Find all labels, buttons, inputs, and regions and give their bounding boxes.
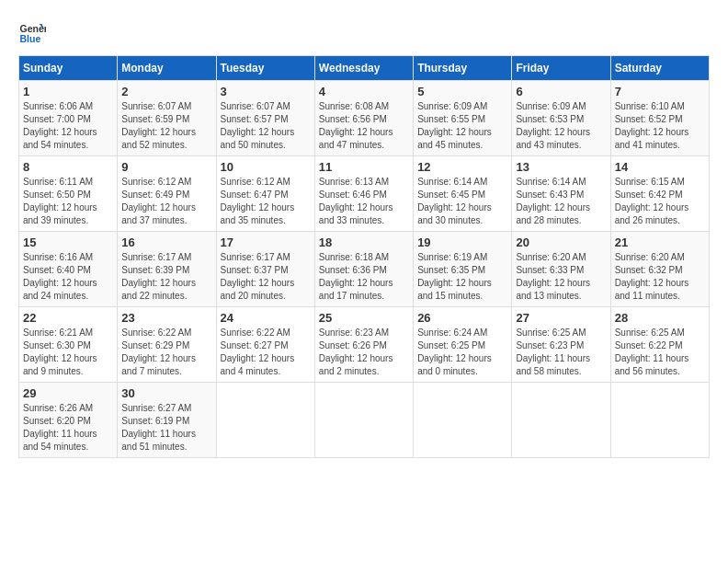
calendar-cell: 4Sunrise: 6:08 AM Sunset: 6:56 PM Daylig… (314, 81, 413, 156)
day-number: 2 (121, 85, 211, 98)
weekday-header-friday: Friday (512, 56, 610, 81)
day-info: Sunrise: 6:15 AM Sunset: 6:42 PM Dayligh… (615, 176, 705, 227)
day-number: 6 (516, 85, 606, 98)
calendar-cell: 29Sunrise: 6:26 AM Sunset: 6:20 PM Dayli… (19, 383, 118, 458)
day-info: Sunrise: 6:14 AM Sunset: 6:45 PM Dayligh… (417, 176, 507, 227)
weekday-header-sunday: Sunday (19, 56, 118, 81)
calendar-cell: 15Sunrise: 6:16 AM Sunset: 6:40 PM Dayli… (19, 232, 118, 307)
calendar-cell: 17Sunrise: 6:17 AM Sunset: 6:37 PM Dayli… (216, 232, 314, 307)
calendar-cell (512, 383, 610, 458)
calendar-cell: 23Sunrise: 6:22 AM Sunset: 6:29 PM Dayli… (118, 307, 216, 383)
calendar-week-3: 15Sunrise: 6:16 AM Sunset: 6:40 PM Dayli… (19, 232, 710, 307)
weekday-header-wednesday: Wednesday (314, 56, 413, 81)
calendar-cell: 6Sunrise: 6:09 AM Sunset: 6:53 PM Daylig… (512, 81, 610, 156)
day-number: 8 (23, 160, 113, 174)
day-number: 27 (516, 311, 606, 325)
logo: General Blue (18, 18, 50, 46)
day-info: Sunrise: 6:07 AM Sunset: 6:59 PM Dayligh… (121, 100, 211, 152)
weekday-header-tuesday: Tuesday (216, 56, 314, 81)
calendar-week-1: 1Sunrise: 6:06 AM Sunset: 7:00 PM Daylig… (19, 81, 710, 156)
day-info: Sunrise: 6:25 AM Sunset: 6:23 PM Dayligh… (516, 327, 606, 378)
day-number: 22 (23, 311, 113, 325)
calendar-table: SundayMondayTuesdayWednesdayThursdayFrid… (18, 55, 710, 458)
day-info: Sunrise: 6:10 AM Sunset: 6:52 PM Dayligh… (615, 100, 705, 152)
day-number: 5 (417, 85, 507, 98)
calendar-week-4: 22Sunrise: 6:21 AM Sunset: 6:30 PM Dayli… (19, 307, 710, 383)
calendar-week-5: 29Sunrise: 6:26 AM Sunset: 6:20 PM Dayli… (19, 383, 710, 458)
day-info: Sunrise: 6:20 AM Sunset: 6:32 PM Dayligh… (615, 251, 705, 303)
day-info: Sunrise: 6:26 AM Sunset: 6:20 PM Dayligh… (23, 402, 113, 454)
day-number: 10 (221, 160, 311, 174)
day-info: Sunrise: 6:06 AM Sunset: 7:00 PM Dayligh… (23, 100, 113, 152)
day-number: 23 (121, 311, 211, 325)
calendar-cell: 13Sunrise: 6:14 AM Sunset: 6:43 PM Dayli… (512, 156, 610, 232)
day-number: 21 (615, 236, 705, 249)
day-number: 11 (319, 160, 409, 174)
calendar-cell: 16Sunrise: 6:17 AM Sunset: 6:39 PM Dayli… (118, 232, 216, 307)
day-info: Sunrise: 6:17 AM Sunset: 6:39 PM Dayligh… (121, 251, 211, 303)
day-number: 26 (417, 311, 507, 325)
day-info: Sunrise: 6:07 AM Sunset: 6:57 PM Dayligh… (221, 100, 311, 152)
calendar-cell: 5Sunrise: 6:09 AM Sunset: 6:55 PM Daylig… (414, 81, 512, 156)
day-info: Sunrise: 6:11 AM Sunset: 6:50 PM Dayligh… (23, 176, 113, 227)
calendar-cell: 20Sunrise: 6:20 AM Sunset: 6:33 PM Dayli… (512, 232, 610, 307)
day-number: 14 (615, 160, 705, 174)
calendar-header: SundayMondayTuesdayWednesdayThursdayFrid… (19, 56, 710, 81)
calendar-cell: 9Sunrise: 6:12 AM Sunset: 6:49 PM Daylig… (118, 156, 216, 232)
day-number: 9 (121, 160, 211, 174)
day-info: Sunrise: 6:12 AM Sunset: 6:49 PM Dayligh… (121, 176, 211, 227)
day-number: 19 (417, 236, 507, 249)
weekday-header-row: SundayMondayTuesdayWednesdayThursdayFrid… (19, 56, 710, 81)
calendar-cell: 25Sunrise: 6:23 AM Sunset: 6:26 PM Dayli… (314, 307, 413, 383)
calendar-cell (216, 383, 314, 458)
calendar-cell: 1Sunrise: 6:06 AM Sunset: 7:00 PM Daylig… (19, 81, 118, 156)
day-info: Sunrise: 6:23 AM Sunset: 6:26 PM Dayligh… (319, 327, 409, 378)
calendar-cell (414, 383, 512, 458)
calendar-cell: 19Sunrise: 6:19 AM Sunset: 6:35 PM Dayli… (414, 232, 512, 307)
day-number: 24 (221, 311, 311, 325)
calendar-cell: 21Sunrise: 6:20 AM Sunset: 6:32 PM Dayli… (610, 232, 709, 307)
calendar-cell: 2Sunrise: 6:07 AM Sunset: 6:59 PM Daylig… (118, 81, 216, 156)
day-info: Sunrise: 6:14 AM Sunset: 6:43 PM Dayligh… (516, 176, 606, 227)
calendar-cell: 10Sunrise: 6:12 AM Sunset: 6:47 PM Dayli… (216, 156, 314, 232)
day-number: 4 (319, 85, 409, 98)
day-number: 25 (319, 311, 409, 325)
calendar-cell: 24Sunrise: 6:22 AM Sunset: 6:27 PM Dayli… (216, 307, 314, 383)
day-info: Sunrise: 6:09 AM Sunset: 6:55 PM Dayligh… (417, 100, 507, 152)
day-info: Sunrise: 6:08 AM Sunset: 6:56 PM Dayligh… (319, 100, 409, 152)
svg-text:Blue: Blue (20, 33, 41, 44)
calendar-cell: 3Sunrise: 6:07 AM Sunset: 6:57 PM Daylig… (216, 81, 314, 156)
day-number: 12 (417, 160, 507, 174)
day-info: Sunrise: 6:12 AM Sunset: 6:47 PM Dayligh… (221, 176, 311, 227)
day-info: Sunrise: 6:09 AM Sunset: 6:53 PM Dayligh… (516, 100, 606, 152)
day-info: Sunrise: 6:19 AM Sunset: 6:35 PM Dayligh… (417, 251, 507, 303)
day-number: 30 (121, 386, 211, 400)
day-info: Sunrise: 6:22 AM Sunset: 6:27 PM Dayligh… (221, 327, 311, 378)
weekday-header-monday: Monday (118, 56, 216, 81)
calendar-cell: 28Sunrise: 6:25 AM Sunset: 6:22 PM Dayli… (610, 307, 709, 383)
day-info: Sunrise: 6:18 AM Sunset: 6:36 PM Dayligh… (319, 251, 409, 303)
calendar-cell: 30Sunrise: 6:27 AM Sunset: 6:19 PM Dayli… (118, 383, 216, 458)
day-number: 20 (516, 236, 606, 249)
page-header: General Blue (18, 18, 710, 46)
weekday-header-saturday: Saturday (610, 56, 709, 81)
day-number: 18 (319, 236, 409, 249)
calendar-cell: 11Sunrise: 6:13 AM Sunset: 6:46 PM Dayli… (314, 156, 413, 232)
calendar-cell: 8Sunrise: 6:11 AM Sunset: 6:50 PM Daylig… (19, 156, 118, 232)
day-number: 13 (516, 160, 606, 174)
day-info: Sunrise: 6:17 AM Sunset: 6:37 PM Dayligh… (221, 251, 311, 303)
calendar-cell (610, 383, 709, 458)
calendar-cell: 14Sunrise: 6:15 AM Sunset: 6:42 PM Dayli… (610, 156, 709, 232)
calendar-body: 1Sunrise: 6:06 AM Sunset: 7:00 PM Daylig… (19, 81, 710, 458)
calendar-cell: 22Sunrise: 6:21 AM Sunset: 6:30 PM Dayli… (19, 307, 118, 383)
day-info: Sunrise: 6:20 AM Sunset: 6:33 PM Dayligh… (516, 251, 606, 303)
calendar-cell (314, 383, 413, 458)
calendar-cell: 12Sunrise: 6:14 AM Sunset: 6:45 PM Dayli… (414, 156, 512, 232)
day-number: 15 (23, 236, 113, 249)
day-info: Sunrise: 6:24 AM Sunset: 6:25 PM Dayligh… (417, 327, 507, 378)
weekday-header-thursday: Thursday (414, 56, 512, 81)
calendar-cell: 18Sunrise: 6:18 AM Sunset: 6:36 PM Dayli… (314, 232, 413, 307)
logo-icon: General Blue (18, 18, 46, 46)
day-info: Sunrise: 6:27 AM Sunset: 6:19 PM Dayligh… (121, 402, 211, 454)
day-info: Sunrise: 6:25 AM Sunset: 6:22 PM Dayligh… (615, 327, 705, 378)
